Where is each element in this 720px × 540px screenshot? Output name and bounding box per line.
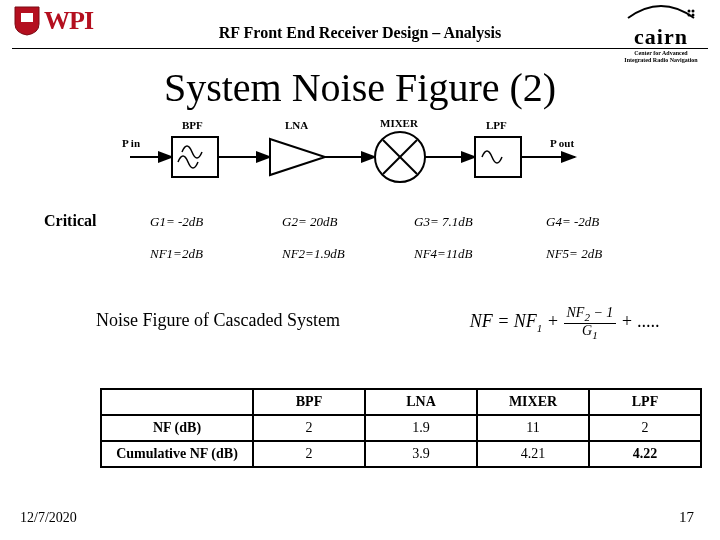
cell: 11 [477,415,589,441]
cairn-word: cairn [616,24,706,50]
table-row: BPF LNA MIXER LPF [101,389,701,415]
svg-point-2 [692,10,695,13]
slide: WPI RF Front End Receiver Design – Analy… [0,0,720,540]
svg-rect-14 [475,137,521,177]
row-nf-hdr: NF (dB) [101,415,253,441]
label-bpf: BPF [182,119,203,131]
friis-formula: NF = NF1 + NF2 − 1 G1 + ..... [470,306,660,341]
cell: 2 [253,441,365,467]
g1: G1= -2dB [150,214,203,229]
nf1: NF1=2dB [150,246,203,261]
nf4: NF4=11dB [414,246,472,261]
nf-table: BPF LNA MIXER LPF NF (dB) 2 1.9 11 2 Cum… [100,388,702,468]
table-row: NF (dB) 2 1.9 11 2 [101,415,701,441]
f-eq: = [497,311,514,331]
cell: 4.21 [477,441,589,467]
nf2: NF2=1.9dB [282,246,345,261]
cairn-sub1: Center for Advanced [616,50,706,57]
cascaded-label: Noise Figure of Cascaded System [96,310,340,331]
svg-point-1 [688,10,691,13]
g3: G3= 7.1dB [414,214,473,229]
cell: 1.9 [365,415,477,441]
table-row: Cumulative NF (dB) 2 3.9 4.21 4.22 [101,441,701,467]
cell: 2 [253,415,365,441]
cell: 2 [589,415,701,441]
slide-title: System Noise Figure (2) [0,64,720,111]
gain-row: G1= -2dB G2= 20dB G3= 7.1dB G4= -2dB [150,214,636,230]
label-pout: P out [550,137,574,149]
cairn-logo: cairn Center for Advanced Integrated Rad… [616,2,706,63]
f-nf: NF [470,311,493,331]
label-pin: P in [122,137,140,149]
col-mixer: MIXER [477,389,589,415]
critical-label: Critical [44,212,96,230]
f-plus: + [547,311,564,331]
cell: 4.22 [589,441,701,467]
f-nf1: NF [514,311,537,331]
label-mixer: MIXER [380,117,418,129]
label-lna: LNA [285,119,308,131]
header-rule [12,48,708,49]
slide-header: WPI RF Front End Receiver Design – Analy… [0,0,720,58]
row-cum-hdr: Cumulative NF (dB) [101,441,253,467]
f-dots: + ..... [621,311,660,331]
cairn-sub2: Integrated Radio Navigation [616,57,706,64]
nf5: NF5= 2dB [546,246,602,261]
g2: G2= 20dB [282,214,337,229]
col-bpf: BPF [253,389,365,415]
rf-chain-diagram: P in BPF LNA MIXER LPF P out [120,117,600,187]
col-lpf: LPF [589,389,701,415]
footer-date: 12/7/2020 [20,510,77,526]
cell: 3.9 [365,441,477,467]
footer-page: 17 [679,509,694,526]
cairn-arc-icon [616,2,706,20]
nf-row: NF1=2dB NF2=1.9dB NF4=11dB NF5= 2dB [150,246,636,262]
svg-point-4 [692,14,695,17]
header-title: RF Front End Receiver Design – Analysis [0,24,720,42]
svg-rect-0 [21,13,33,22]
g4: G4= -2dB [546,214,599,229]
col-lna: LNA [365,389,477,415]
svg-point-3 [688,14,691,17]
f-frac: NF2 − 1 G1 [564,306,617,341]
label-lpf: LPF [486,119,507,131]
